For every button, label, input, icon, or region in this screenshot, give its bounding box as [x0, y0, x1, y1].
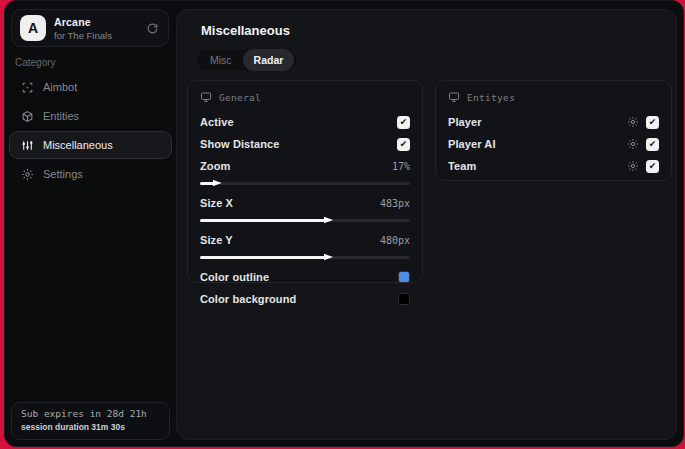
- sidebar-item-entities[interactable]: Entities: [9, 102, 172, 130]
- size-y-slider[interactable]: [200, 252, 410, 262]
- entities-card-title: Entityes: [467, 92, 515, 103]
- brand-title: Arcane: [54, 16, 144, 28]
- page-title: Miscellaneous: [201, 23, 290, 38]
- entity-label: Team: [448, 160, 476, 172]
- zoom-slider[interactable]: [200, 178, 410, 188]
- general-card-title: General: [219, 92, 261, 103]
- slider-track: [200, 219, 410, 222]
- slider-label: Size Y: [200, 234, 233, 246]
- brand-subtitle: for The Finals: [54, 30, 144, 41]
- sidebar-nav: Aimbot Entities: [9, 73, 172, 188]
- slider-fill: [200, 256, 326, 259]
- size-y-value: 480px: [380, 235, 410, 246]
- sidebar-item-label: Aimbot: [43, 81, 77, 93]
- color-label: Color background: [200, 293, 296, 305]
- slider-fill: [200, 219, 326, 222]
- crosshair-icon: [20, 80, 34, 94]
- slider-row-zoom: Zoom 17%: [200, 155, 410, 177]
- player-checkbox[interactable]: ✔: [646, 116, 659, 129]
- general-card-header: General: [200, 91, 410, 103]
- toggle-label: Active: [200, 116, 234, 128]
- general-card: General Active ✔ Show Distance ✔ Zoom 17…: [187, 80, 423, 283]
- player-ai-gear-icon[interactable]: [627, 138, 639, 150]
- entity-row-player: Player ✔: [448, 111, 659, 133]
- slider-row-size-y: Size Y 480px: [200, 229, 410, 251]
- brand-text: Arcane for The Finals: [54, 16, 144, 41]
- entity-label: Player AI: [448, 138, 496, 150]
- slider-label: Zoom: [200, 160, 230, 172]
- sidebar-item-aimbot[interactable]: Aimbot: [9, 73, 172, 101]
- session-duration-text: session duration 31m 30s: [21, 422, 160, 432]
- sidebar: A Arcane for The Finals Category: [5, 1, 176, 446]
- brand-card: A Arcane for The Finals: [11, 9, 169, 47]
- category-label: Category: [15, 57, 56, 68]
- toggle-row-active: Active ✔: [200, 111, 410, 133]
- tab-misc[interactable]: Misc: [199, 49, 243, 71]
- show-distance-checkbox[interactable]: ✔: [397, 138, 410, 151]
- toggle-row-show-distance: Show Distance ✔: [200, 133, 410, 155]
- app-window: A Arcane for The Finals Category: [4, 0, 684, 447]
- size-x-slider[interactable]: [200, 215, 410, 225]
- monitor-icon: [200, 91, 212, 103]
- sidebar-item-miscellaneous[interactable]: Miscellaneous: [9, 131, 172, 159]
- color-label: Color outline: [200, 271, 269, 283]
- team-gear-icon[interactable]: [627, 160, 639, 172]
- slider-thumb[interactable]: [324, 216, 333, 225]
- refresh-icon[interactable]: [144, 20, 160, 36]
- zoom-value: 17%: [392, 161, 410, 172]
- monitor-icon: [448, 91, 460, 103]
- entity-label: Player: [448, 116, 482, 128]
- slider-fill: [200, 182, 215, 185]
- sub-expiry-text: Sub expires in 28d 21h: [21, 408, 160, 419]
- entity-row-player-ai: Player AI ✔: [448, 133, 659, 155]
- app-logo: A: [20, 15, 46, 41]
- tab-strip: Misc Radar: [197, 49, 296, 71]
- slider-row-size-x: Size X 483px: [200, 192, 410, 214]
- color-background-swatch[interactable]: [398, 293, 410, 305]
- color-outline-swatch[interactable]: [398, 271, 410, 283]
- subscription-card: Sub expires in 28d 21h session duration …: [11, 402, 170, 440]
- active-checkbox[interactable]: ✔: [397, 116, 410, 129]
- slider-thumb[interactable]: [324, 253, 333, 262]
- sidebar-item-settings[interactable]: Settings: [9, 160, 172, 188]
- sidebar-item-label: Entities: [43, 110, 79, 122]
- tab-radar[interactable]: Radar: [243, 49, 295, 71]
- sliders-icon: [20, 138, 34, 152]
- size-x-value: 483px: [380, 198, 410, 209]
- slider-track: [200, 256, 410, 259]
- player-gear-icon[interactable]: [627, 116, 639, 128]
- color-row-background: Color background: [200, 288, 410, 310]
- sidebar-item-label: Settings: [43, 168, 83, 180]
- slider-label: Size X: [200, 197, 233, 209]
- entities-card-header: Entityes: [448, 91, 659, 103]
- sidebar-item-label: Miscellaneous: [43, 139, 113, 151]
- slider-track: [200, 182, 410, 185]
- gear-icon: [20, 167, 34, 181]
- team-checkbox[interactable]: ✔: [646, 160, 659, 173]
- entities-icon: [20, 109, 34, 123]
- entities-card: Entityes Player ✔ Player AI: [435, 80, 672, 181]
- entity-row-team: Team ✔: [448, 155, 659, 177]
- main-panel: Miscellaneous Misc Radar General Active …: [176, 9, 677, 440]
- player-ai-checkbox[interactable]: ✔: [646, 138, 659, 151]
- toggle-label: Show Distance: [200, 138, 280, 150]
- color-row-outline: Color outline: [200, 266, 410, 288]
- slider-thumb[interactable]: [213, 179, 222, 188]
